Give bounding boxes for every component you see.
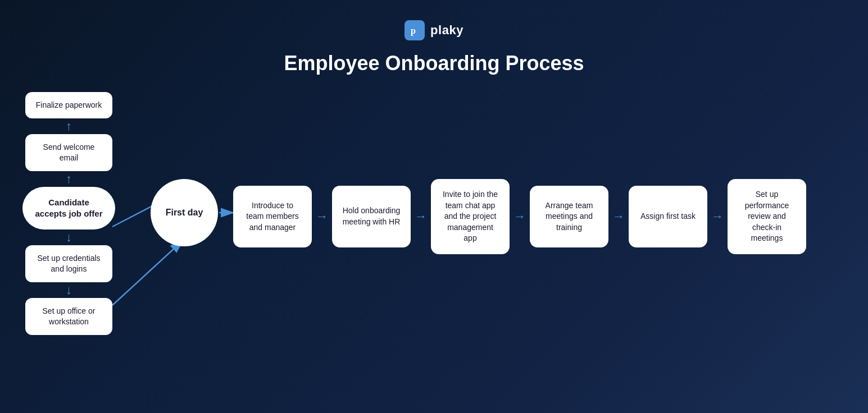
plaky-logo: p [405, 20, 425, 40]
page-title: Employee Onboarding Process [0, 52, 868, 75]
arrow-down-office: ↓ [63, 282, 75, 298]
box-arrange-meetings: Arrange team meetings and training [530, 186, 608, 247]
arrow-right-5: → [707, 209, 728, 224]
arrow-up-finalize: ↑ [63, 118, 75, 134]
box-setup-office: Set up office or workstation [25, 298, 112, 335]
arrow-right-3: → [510, 209, 530, 224]
svg-text:p: p [411, 26, 416, 36]
arrow-right-4: → [608, 209, 629, 224]
header: p plaky [0, 0, 868, 46]
box-finalize-paperwork: Finalize paperwork [25, 92, 112, 118]
page-container: p plaky Employee Onboarding Process [0, 0, 868, 413]
box-introduce: Introduce to team members and manager [233, 186, 312, 247]
arrow-right-2: → [411, 209, 431, 224]
box-performance-review: Set up performance review and check-in m… [728, 179, 806, 254]
svg-line-5 [112, 241, 183, 305]
box-setup-credentials: Set up credentials and logins [25, 245, 112, 282]
box-send-welcome-email: Send welcome email [25, 134, 112, 171]
box-assign-task: Assign first task [629, 186, 707, 247]
arrow-down-credentials: ↓ [63, 230, 75, 245]
diagram-area: Finalize paperwork ↑ Send welcome email … [0, 92, 868, 389]
brand-name: plaky [430, 23, 463, 38]
box-hold-onboarding: Hold onboarding meeting with HR [332, 186, 411, 247]
first-day-circle: First day [151, 179, 218, 246]
box-invite-apps: Invite to join the team chat app and the… [431, 179, 510, 254]
arrow-right-1: → [312, 209, 332, 224]
arrow-up-welcome: ↑ [63, 171, 75, 187]
left-column: Finalize paperwork ↑ Send welcome email … [17, 92, 121, 335]
box-candidate-accepts: Candidate accepts job offer [22, 187, 115, 230]
horizontal-flow: Introduce to team members and manager → … [233, 179, 806, 254]
